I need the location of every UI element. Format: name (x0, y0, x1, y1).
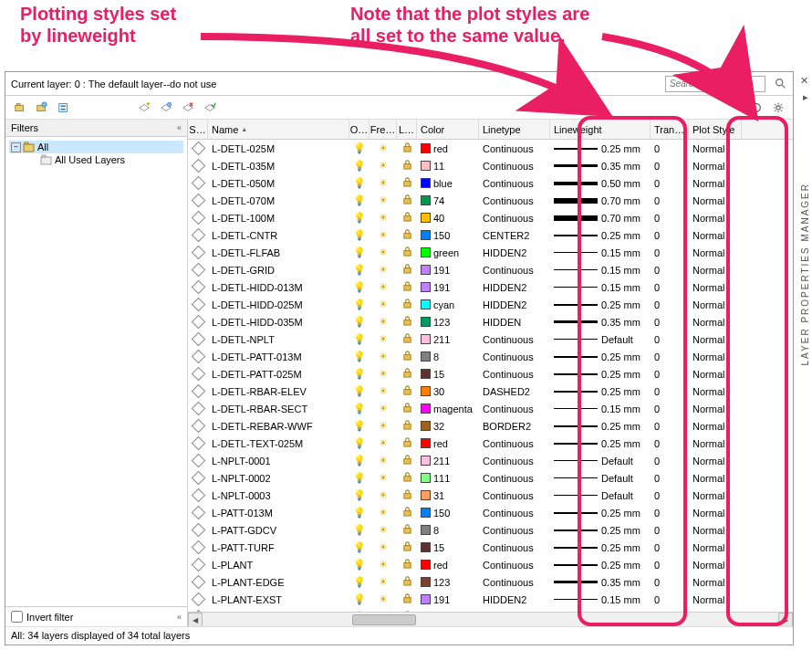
linetype-cell[interactable]: Continuous (479, 330, 550, 348)
tree-collapse-icon[interactable]: − (11, 142, 21, 152)
status-cell[interactable] (188, 591, 208, 608)
freeze-cell[interactable]: ☀ (370, 417, 397, 435)
plotstyle-cell[interactable]: Normal (689, 539, 742, 556)
status-cell[interactable] (188, 174, 208, 192)
lock-cell[interactable] (397, 244, 417, 261)
status-cell[interactable] (188, 435, 208, 452)
table-row[interactable]: L-DETL-RBAR-ELEV💡☀30DASHED20.25 mm0Norma… (188, 383, 793, 400)
freeze-cell[interactable]: ☀ (370, 157, 397, 174)
color-cell[interactable]: green (417, 244, 479, 261)
table-row[interactable]: L-DETL-025M💡☀redContinuous0.25 mm0Normal (188, 140, 793, 157)
freeze-cell[interactable]: ☀ (370, 469, 397, 487)
name-cell[interactable]: L-DETL-GRID (208, 261, 349, 278)
plotstyle-cell[interactable]: Normal (689, 244, 742, 261)
table-row[interactable]: L-PATT-GDCV💡☀8Continuous0.25 mm0Normal (188, 521, 793, 539)
table-row[interactable]: L-DETL-070M💡☀74Continuous0.70 mm0Normal (188, 192, 793, 209)
trans-cell[interactable]: 0 (651, 504, 689, 521)
scroll-left-icon[interactable]: ◀ (188, 613, 203, 626)
freeze-cell[interactable]: ☀ (370, 348, 397, 365)
color-cell[interactable]: 211 (417, 330, 479, 348)
table-row[interactable]: L-TEXT-025M💡☀redContinuous0.25 mm0Normal (188, 608, 793, 612)
filter-used[interactable]: All Used Layers (9, 153, 183, 166)
plotstyle-cell[interactable]: Normal (689, 556, 742, 573)
lock-cell[interactable] (397, 556, 417, 573)
name-cell[interactable]: L-DETL-HIDD-035M (208, 313, 349, 330)
on-cell[interactable]: 💡 (349, 556, 370, 573)
lineweight-cell[interactable]: 0.25 mm (550, 539, 651, 556)
lineweight-cell[interactable]: Default (550, 469, 651, 487)
plotstyle-cell[interactable]: Normal (689, 278, 742, 296)
linetype-cell[interactable]: Continuous (479, 157, 550, 174)
color-cell[interactable]: red (417, 556, 479, 573)
lock-cell[interactable] (397, 313, 417, 330)
linetype-cell[interactable]: Continuous (479, 435, 550, 452)
status-cell[interactable] (188, 556, 208, 573)
table-row[interactable]: L-NPLT-0003💡☀31ContinuousDefault0Normal (188, 487, 793, 504)
lock-cell[interactable] (397, 383, 417, 400)
color-cell[interactable]: 11 (417, 157, 479, 174)
plotstyle-cell[interactable]: Normal (689, 313, 742, 330)
plotstyle-cell[interactable]: Normal (689, 383, 742, 400)
on-cell[interactable]: 💡 (349, 435, 370, 452)
freeze-cell[interactable]: ☀ (370, 504, 397, 521)
freeze-cell[interactable]: ☀ (370, 330, 397, 348)
trans-cell[interactable]: 0 (651, 348, 689, 365)
set-current-icon[interactable] (201, 99, 219, 117)
trans-cell[interactable]: 0 (651, 209, 689, 226)
trans-cell[interactable]: 0 (651, 278, 689, 296)
on-cell[interactable]: 💡 (349, 400, 370, 417)
status-cell[interactable] (188, 573, 208, 591)
linetype-cell[interactable]: Continuous (479, 539, 550, 556)
lock-cell[interactable] (397, 330, 417, 348)
name-cell[interactable]: L-PATT-GDCV (208, 521, 349, 539)
panel-pin-icon[interactable]: ▸ (803, 91, 808, 103)
freeze-cell[interactable]: ☀ (370, 521, 397, 539)
name-cell[interactable]: L-DETL-HIDD-013M (208, 278, 349, 296)
trans-cell[interactable]: 0 (651, 174, 689, 192)
lineweight-cell[interactable]: 0.35 mm (550, 573, 651, 591)
linetype-cell[interactable]: Continuous (479, 400, 550, 417)
status-cell[interactable] (188, 452, 208, 469)
trans-cell[interactable]: 0 (651, 313, 689, 330)
lineweight-cell[interactable]: Default (550, 452, 651, 469)
status-cell[interactable] (188, 330, 208, 348)
trans-cell[interactable]: 0 (651, 400, 689, 417)
trans-cell[interactable]: 0 (651, 330, 689, 348)
trans-cell[interactable]: 0 (651, 469, 689, 487)
freeze-cell[interactable]: ☀ (370, 591, 397, 608)
freeze-cell[interactable]: ☀ (370, 296, 397, 313)
lineweight-cell[interactable]: 0.15 mm (550, 278, 651, 296)
color-cell[interactable]: 191 (417, 261, 479, 278)
plotstyle-cell[interactable]: Normal (689, 192, 742, 209)
lineweight-cell[interactable]: 0.25 mm (550, 226, 651, 244)
color-cell[interactable]: blue (417, 174, 479, 192)
plotstyle-cell[interactable]: Normal (689, 452, 742, 469)
name-cell[interactable]: L-DETL-PATT-013M (208, 348, 349, 365)
horizontal-scrollbar[interactable]: ◀ ▶ (188, 612, 793, 626)
status-cell[interactable] (188, 504, 208, 521)
new-layer-icon[interactable] (135, 99, 153, 117)
new-group-filter-icon[interactable] (11, 99, 29, 117)
name-cell[interactable]: L-PLANT-EXST (208, 591, 349, 608)
table-row[interactable]: L-PLANT-EDGE💡☀123Continuous0.35 mm0Norma… (188, 573, 793, 591)
trans-cell[interactable]: 0 (651, 192, 689, 209)
on-cell[interactable]: 💡 (349, 452, 370, 469)
trans-cell[interactable]: 0 (651, 556, 689, 573)
color-cell[interactable]: 191 (417, 591, 479, 608)
search-icon[interactable] (775, 78, 787, 90)
on-cell[interactable]: 💡 (349, 278, 370, 296)
status-cell[interactable] (188, 261, 208, 278)
on-cell[interactable]: 💡 (349, 226, 370, 244)
table-row[interactable]: L-DETL-REBAR-WWF💡☀32BORDER20.25 mm0Norma… (188, 417, 793, 435)
name-cell[interactable]: L-DETL-TEXT-025M (208, 435, 349, 452)
table-row[interactable]: L-DETL-CNTR💡☀150CENTER20.25 mm0Normal (188, 226, 793, 244)
color-cell[interactable]: 150 (417, 226, 479, 244)
on-cell[interactable]: 💡 (349, 417, 370, 435)
freeze-cell[interactable]: ☀ (370, 192, 397, 209)
trans-cell[interactable]: 0 (651, 296, 689, 313)
trans-cell[interactable]: 0 (651, 261, 689, 278)
plotstyle-cell[interactable]: Normal (689, 174, 742, 192)
col-color[interactable]: Color (417, 120, 479, 139)
freeze-cell[interactable]: ☀ (370, 174, 397, 192)
table-row[interactable]: L-DETL-100M💡☀40Continuous0.70 mm0Normal (188, 209, 793, 226)
